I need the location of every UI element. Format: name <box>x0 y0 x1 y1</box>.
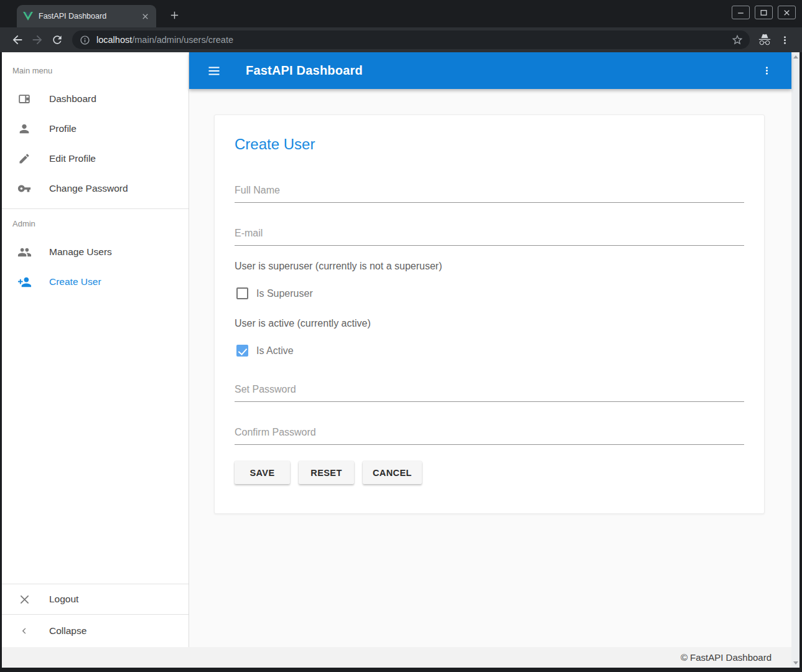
set-password-field-wrap <box>235 384 744 402</box>
confirm-password-input[interactable] <box>235 427 744 445</box>
scroll-up-arrow-icon[interactable] <box>793 55 798 58</box>
sidebar-item-edit-profile[interactable]: Edit Profile <box>2 144 189 174</box>
sidebar-item-logout[interactable]: Logout <box>2 584 189 614</box>
browser-titlebar: FastAPI Dashboard <box>0 0 802 27</box>
bookmark-star-icon[interactable] <box>729 31 746 49</box>
sidebar-item-profile[interactable]: Profile <box>2 114 189 144</box>
save-button[interactable]: SAVE <box>235 461 290 484</box>
active-hint: User is active (currently active) <box>235 318 744 329</box>
copyright-text: © FastAPI Dashboard <box>681 652 772 663</box>
vue-favicon-icon <box>23 12 33 21</box>
url-path: /main/admin/users/create <box>132 35 233 45</box>
reset-button[interactable]: RESET <box>299 461 354 484</box>
is-superuser-checkbox-row[interactable]: Is Superuser <box>235 287 744 299</box>
window-controls <box>732 6 796 19</box>
is-active-checkbox-row[interactable]: Is Active <box>235 345 744 357</box>
superuser-hint: User is superuser (currently is not a su… <box>235 261 744 272</box>
maximize-button[interactable] <box>755 6 773 19</box>
pencil-icon <box>17 151 32 166</box>
scroll-down-arrow-icon[interactable] <box>793 661 798 665</box>
forward-button[interactable] <box>27 30 47 50</box>
key-icon <box>17 181 32 196</box>
url-host: localhost <box>96 35 132 45</box>
is-active-label: Is Active <box>256 345 294 357</box>
confirm-password-field-wrap <box>235 427 744 445</box>
cancel-button[interactable]: CANCEL <box>363 461 422 484</box>
chevron-left-icon <box>17 623 32 638</box>
minimize-button[interactable] <box>732 6 750 19</box>
create-user-card: Create User User is superuser (currently… <box>214 114 765 514</box>
main-area: FastAPI Dashboard Create User <box>189 52 791 647</box>
sidebar-item-create-user[interactable]: Create User <box>2 267 189 297</box>
browser-window: FastAPI Dashboard <box>0 0 802 672</box>
people-icon <box>17 245 32 259</box>
close-window-button[interactable] <box>778 6 796 19</box>
hamburger-menu-icon[interactable] <box>203 60 225 82</box>
form-actions: SAVE RESET CANCEL <box>235 461 744 484</box>
browser-menu-kebab-icon[interactable] <box>775 30 795 50</box>
page: Main menu Dashboard Profile <box>2 52 791 668</box>
app-toolbar: FastAPI Dashboard <box>189 52 791 89</box>
incognito-icon <box>755 30 775 50</box>
app-footer: © FastAPI Dashboard <box>2 647 791 668</box>
sidebar-section-admin: Admin <box>2 209 189 237</box>
page-content: Create User User is superuser (currently… <box>189 89 791 647</box>
back-button[interactable] <box>7 30 27 50</box>
is-superuser-checkbox[interactable] <box>236 287 248 299</box>
full-name-field-wrap <box>235 185 744 203</box>
is-superuser-label: Is Superuser <box>256 288 313 299</box>
reload-button[interactable] <box>47 30 67 50</box>
browser-toolbar: localhost/main/admin/users/create <box>0 27 802 52</box>
sidebar-item-change-password[interactable]: Change Password <box>2 174 189 203</box>
url-text[interactable]: localhost/main/admin/users/create <box>96 35 722 45</box>
app-title: FastAPI Dashboard <box>246 63 363 78</box>
tab-close-icon[interactable] <box>141 12 150 21</box>
info-icon[interactable] <box>80 35 90 45</box>
close-icon <box>17 592 32 607</box>
tab-title: FastAPI Dashboard <box>39 12 135 21</box>
full-name-input[interactable] <box>235 185 744 203</box>
page-title: Create User <box>235 134 744 155</box>
person-add-icon <box>17 274 32 289</box>
sidebar-item-dashboard[interactable]: Dashboard <box>2 84 189 114</box>
sidebar-item-manage-users[interactable]: Manage Users <box>2 237 189 267</box>
sidebar-section-main-menu: Main menu <box>2 66 189 84</box>
dashboard-icon <box>17 91 32 106</box>
email-field-wrap <box>235 228 744 246</box>
set-password-input[interactable] <box>235 384 744 402</box>
sidebar: Main menu Dashboard Profile <box>2 52 189 647</box>
sidebar-item-collapse[interactable]: Collapse <box>2 615 189 647</box>
new-tab-button[interactable] <box>166 7 182 23</box>
address-bar[interactable]: localhost/main/admin/users/create <box>72 30 750 49</box>
is-active-checkbox[interactable] <box>236 345 248 357</box>
person-icon <box>17 121 32 136</box>
app-menu-kebab-icon[interactable] <box>755 60 778 82</box>
page-scrollbar[interactable] <box>791 52 800 668</box>
browser-tab[interactable]: FastAPI Dashboard <box>17 5 156 27</box>
email-input[interactable] <box>235 228 744 246</box>
